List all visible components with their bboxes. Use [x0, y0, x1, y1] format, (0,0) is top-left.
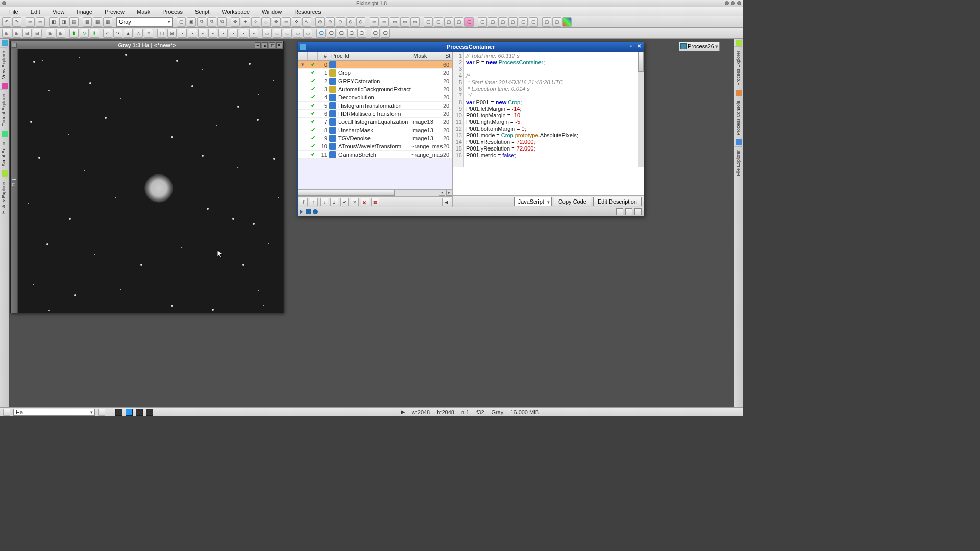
tb-btn[interactable]: ▢ — [434, 17, 443, 27]
tb-btn[interactable]: ◨ — [59, 17, 68, 27]
grid-icon[interactable]: ⊞ — [2, 29, 11, 38]
panel-tab-view-explorer[interactable]: View Explorer — [0, 47, 7, 82]
delete-icon[interactable]: ⊠ — [361, 198, 369, 206]
apply-icon[interactable] — [300, 209, 303, 214]
shade-icon[interactable]: ▫ — [627, 43, 634, 51]
tb-btn[interactable]: ▢ — [508, 17, 518, 27]
menu-view[interactable]: View — [46, 8, 71, 16]
process-row[interactable]: ✔5HistogramTransformation20 — [298, 102, 452, 110]
tb-btn[interactable]: ▪ — [249, 29, 258, 38]
process-row[interactable]: ✔3AutomaticBackgroundExtractor20 — [298, 85, 452, 93]
code-source[interactable]: // Total time: 60.112 s var P = new Proc… — [464, 52, 644, 167]
pointer-icon[interactable]: ↖ — [302, 17, 311, 27]
image-canvas[interactable] — [18, 49, 283, 313]
screen-icon[interactable]: 🖵 — [371, 29, 380, 38]
tb-btn[interactable]: ≡ — [144, 29, 153, 38]
move-icon[interactable]: ✥ — [231, 17, 240, 27]
tb-btn[interactable]: ↷ — [113, 29, 122, 38]
maximize-icon[interactable]: ◻ — [269, 42, 275, 48]
zoom-level-1[interactable] — [115, 409, 122, 416]
menu-process[interactable]: Process — [156, 8, 189, 16]
close-icon[interactable] — [634, 208, 642, 215]
col-procid[interactable]: Proc Id — [329, 52, 411, 60]
tb-btn[interactable]: ▲ — [124, 29, 133, 38]
process-container-window[interactable]: ProcessContainer ▫ ✕ # Proc Id Mask St ▾… — [297, 42, 644, 216]
tb-btn[interactable]: ▢ — [542, 17, 551, 27]
tb-btn[interactable]: ▢ — [498, 17, 507, 27]
col-num[interactable]: # — [318, 52, 329, 60]
edit-description-button[interactable]: Edit Description — [593, 197, 642, 206]
process-row[interactable]: ✔10ATrousWaveletTransform~range_mask20 — [298, 142, 452, 151]
process-row[interactable]: ✔11GammaStretch~range_mask20 — [298, 151, 452, 159]
grid-icon[interactable]: ⊞ — [33, 29, 42, 38]
tb-btn[interactable]: ▢ — [519, 17, 528, 27]
close-icon[interactable]: ✕ — [635, 43, 643, 51]
process-row[interactable]: ✔9TGVDenoiseImage1320 — [298, 134, 452, 142]
copy-code-button[interactable]: Copy Code — [554, 197, 591, 206]
grid-icon[interactable]: ⊞ — [12, 29, 21, 38]
shade-icon[interactable]: ▴ — [262, 42, 268, 48]
menu-mask[interactable]: Mask — [131, 8, 156, 16]
screen-icon[interactable]: 🖵 — [381, 29, 390, 38]
new-instance-icon[interactable] — [313, 209, 318, 214]
tb-btn[interactable]: ✧ — [251, 17, 260, 27]
tb-btn[interactable]: ▪ — [239, 29, 248, 38]
close-icon[interactable] — [737, 1, 741, 5]
tb-btn[interactable]: ▢ — [157, 29, 166, 38]
process-icon-floating[interactable]: Process26 ▾ — [679, 42, 720, 51]
tb-btn[interactable]: ▢ — [464, 17, 474, 27]
screen-icon[interactable]: 🖵 — [357, 29, 366, 38]
tb-btn[interactable]: ▢ — [488, 17, 497, 27]
tb-btn[interactable]: ▢ — [444, 17, 453, 27]
collapse-icon[interactable]: ◀ — [442, 198, 450, 206]
zoom-icon[interactable]: ⊙ — [336, 17, 345, 27]
tb-btn[interactable]: ✜ — [292, 17, 301, 27]
apply-global-icon[interactable] — [306, 209, 311, 214]
zoom-level-3[interactable] — [136, 409, 143, 416]
close-icon[interactable]: ✕ — [276, 42, 282, 48]
scrollbar-thumb[interactable] — [638, 52, 644, 72]
tb-btn[interactable]: ✥ — [272, 17, 281, 27]
process-row[interactable]: ✔4Deconvolution20 — [298, 93, 452, 102]
tb-btn[interactable]: ▭ — [380, 17, 389, 27]
tb-btn[interactable]: ⧉ — [197, 17, 206, 27]
v-scrollbar[interactable] — [638, 52, 644, 167]
move-bottom-icon[interactable]: ⤓ — [330, 198, 338, 206]
col-mask[interactable]: Mask — [411, 52, 443, 60]
tb-btn[interactable]: ⧉ — [217, 17, 227, 27]
tb-btn[interactable]: ▢ — [424, 17, 433, 27]
tb-btn[interactable]: ⬆ — [69, 29, 79, 38]
tb-btn[interactable]: ⧉ — [207, 17, 216, 27]
process-row[interactable]: ✔2GREYCstoration20 — [298, 77, 452, 85]
zoom-in-icon[interactable]: ⊕ — [315, 17, 325, 27]
tb-btn[interactable]: ▢ — [529, 17, 538, 27]
process-row[interactable]: ✔8UnsharpMaskImage1320 — [298, 126, 452, 134]
grid-icon[interactable]: ⊞ — [22, 29, 32, 38]
code-editor[interactable]: 12345678910111213141516 // Total time: 6… — [453, 52, 644, 167]
tb-btn[interactable]: ▪ — [188, 29, 197, 38]
grid-icon[interactable]: ⊞ — [46, 29, 55, 38]
redo-icon[interactable]: ↷ — [12, 17, 21, 27]
move-top-icon[interactable]: ⤒ — [300, 198, 308, 206]
tb-btn[interactable]: ◇ — [261, 17, 271, 27]
panel-icon[interactable] — [736, 139, 742, 145]
colorspace-combo[interactable]: Gray — [116, 17, 173, 27]
tb-btn[interactable]: ▦ — [83, 17, 92, 27]
menu-file[interactable]: File — [3, 8, 24, 16]
tb-btn[interactable]: ▭ — [390, 17, 399, 27]
tb-btn[interactable]: ▢ — [478, 17, 487, 27]
browse-doc-icon[interactable] — [616, 208, 623, 215]
tb-btn[interactable]: ▭ — [410, 17, 420, 27]
tb-btn[interactable]: ▦ — [93, 17, 102, 27]
tb-btn[interactable]: ▢ — [454, 17, 463, 27]
menu-preview[interactable]: Preview — [99, 8, 131, 16]
col-st[interactable]: St — [443, 52, 452, 60]
scrollbar-thumb[interactable] — [298, 190, 395, 196]
process-row[interactable]: ✔1Crop20 — [298, 69, 452, 77]
panel-tab-format-explorer[interactable]: Format Explorer — [0, 90, 7, 130]
zoom-level-4[interactable] — [146, 409, 153, 416]
tb-btn[interactable]: △ — [134, 29, 143, 38]
grid-icon[interactable]: ⊞ — [56, 29, 65, 38]
move-up-icon[interactable]: ↑ — [310, 198, 318, 206]
panel-icon[interactable] — [2, 40, 8, 46]
